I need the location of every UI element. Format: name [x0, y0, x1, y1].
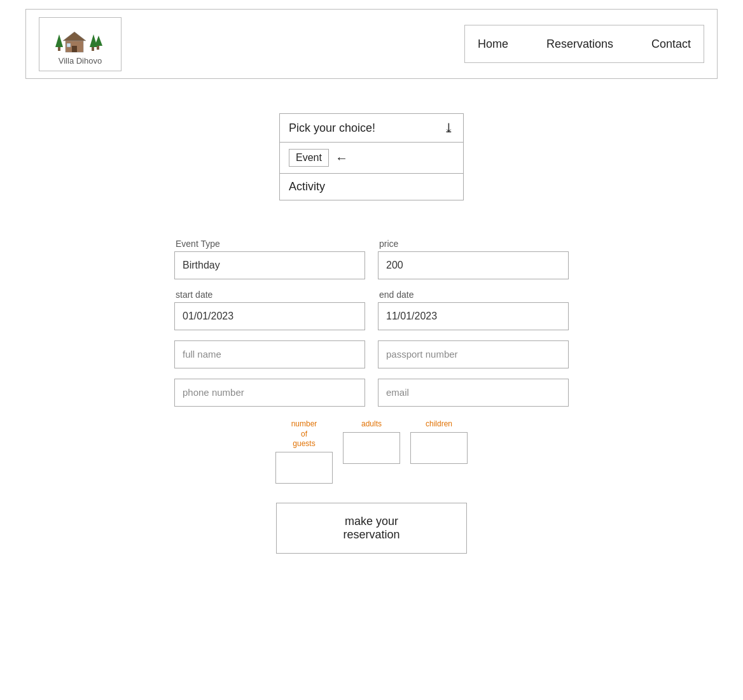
adults-wrapper: adults — [343, 419, 400, 484]
email-input[interactable] — [378, 379, 569, 407]
svg-rect-2 — [72, 46, 77, 52]
nav-contact[interactable]: Contact — [651, 38, 691, 51]
event-type-input[interactable] — [174, 251, 365, 279]
logo: Villa Dihovo — [39, 17, 122, 71]
full-name-input[interactable] — [174, 340, 365, 368]
submit-button[interactable]: make your reservation — [276, 503, 467, 554]
start-date-input[interactable] — [174, 302, 365, 330]
phone-email-row — [174, 379, 569, 407]
svg-rect-3 — [67, 43, 71, 47]
price-group: price — [378, 239, 569, 279]
passport-number-group — [378, 340, 569, 368]
svg-rect-7 — [92, 47, 94, 51]
guests-row: numberofguests adults children — [174, 419, 569, 484]
navigation: Home Reservations Contact — [464, 25, 704, 63]
start-date-group: start date — [174, 290, 365, 330]
dropdown-option-event[interactable]: Event ← — [280, 143, 463, 174]
logo-icon — [52, 23, 109, 55]
children-wrapper: children — [410, 419, 468, 484]
adults-label: adults — [361, 419, 382, 430]
price-input[interactable] — [378, 251, 569, 279]
reservation-form: Event Type price start date end date — [174, 239, 569, 554]
name-passport-row — [174, 340, 569, 368]
header: Villa Dihovo Home Reservations Contact — [25, 9, 718, 79]
dropdown-header[interactable]: Pick your choice! ⤓ — [280, 114, 463, 142]
phone-number-group — [174, 379, 365, 407]
event-type-price-row: Event Type price — [174, 239, 569, 279]
number-of-guests-label: numberofguests — [291, 419, 317, 449]
type-dropdown[interactable]: Pick your choice! ⤓ Event ← Activity — [279, 113, 464, 200]
dropdown-placeholder: Pick your choice! — [289, 122, 375, 135]
arrow-icon: ← — [335, 151, 348, 165]
passport-number-input[interactable] — [378, 340, 569, 368]
dropdown-options: Event ← Activity — [280, 142, 463, 200]
children-input[interactable] — [410, 432, 468, 464]
full-name-group — [174, 340, 365, 368]
end-date-input[interactable] — [378, 302, 569, 330]
email-group — [378, 379, 569, 407]
phone-number-input[interactable] — [174, 379, 365, 407]
adults-input[interactable] — [343, 432, 400, 464]
logo-text: Villa Dihovo — [59, 56, 102, 66]
svg-marker-1 — [63, 32, 86, 41]
price-label: price — [378, 239, 569, 249]
activity-option-label: Activity — [289, 180, 325, 193]
nav-reservations[interactable]: Reservations — [546, 38, 613, 51]
dropdown-option-activity[interactable]: Activity — [280, 174, 463, 200]
event-type-group: Event Type — [174, 239, 365, 279]
children-label: children — [426, 419, 452, 430]
event-type-label: Event Type — [174, 239, 365, 249]
svg-marker-8 — [95, 36, 102, 46]
main-content: Pick your choice! ⤓ Event ← Activity Eve… — [0, 88, 743, 554]
svg-marker-4 — [55, 34, 63, 47]
svg-rect-9 — [97, 46, 99, 50]
end-date-label: end date — [378, 290, 569, 300]
event-option-label: Event — [289, 149, 329, 167]
nav-home[interactable]: Home — [478, 38, 508, 51]
number-of-guests-wrapper: numberofguests — [275, 419, 333, 484]
svg-rect-5 — [58, 47, 60, 51]
number-of-guests-input[interactable] — [275, 452, 333, 484]
end-date-group: end date — [378, 290, 569, 330]
start-date-label: start date — [174, 290, 365, 300]
chevron-down-icon: ⤓ — [443, 120, 454, 136]
dates-row: start date end date — [174, 290, 569, 330]
